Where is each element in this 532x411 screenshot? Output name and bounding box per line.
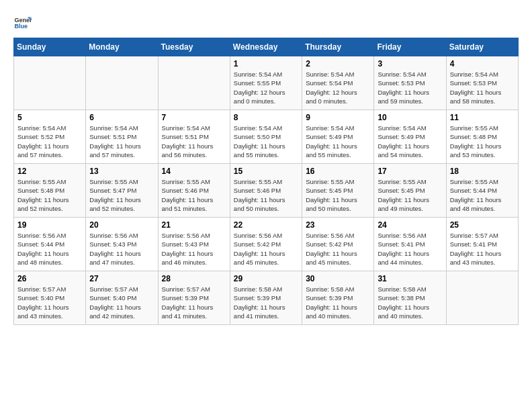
day-info: Sunrise: 5:55 AMSunset: 5:46 PMDaylight:… (162, 177, 226, 213)
calendar-cell: 16Sunrise: 5:55 AMSunset: 5:45 PMDayligh… (302, 164, 374, 218)
header-day-monday: Monday (86, 38, 158, 56)
day-number: 30 (306, 274, 370, 283)
day-info: Sunrise: 5:57 AMSunset: 5:40 PMDaylight:… (89, 285, 154, 320)
day-number: 17 (378, 167, 442, 176)
day-info: Sunrise: 5:55 AMSunset: 5:48 PMDaylight:… (17, 177, 82, 213)
header-day-saturday: Saturday (446, 38, 518, 56)
day-number: 4 (450, 59, 515, 68)
header-day-friday: Friday (374, 38, 446, 56)
day-info: Sunrise: 5:55 AMSunset: 5:46 PMDaylight:… (234, 177, 298, 213)
header-row: SundayMondayTuesdayWednesdayThursdayFrid… (14, 38, 519, 56)
day-info: Sunrise: 5:55 AMSunset: 5:44 PMDaylight:… (450, 177, 515, 213)
header: General Blue (13, 13, 519, 32)
calendar-cell (158, 56, 230, 110)
calendar-cell: 19Sunrise: 5:56 AMSunset: 5:44 PMDayligh… (14, 218, 86, 271)
calendar-cell: 18Sunrise: 5:55 AMSunset: 5:44 PMDayligh… (446, 164, 518, 218)
calendar-cell: 4Sunrise: 5:54 AMSunset: 5:53 PMDaylight… (446, 56, 518, 110)
calendar-table: SundayMondayTuesdayWednesdayThursdayFrid… (13, 38, 519, 325)
day-number: 28 (162, 274, 226, 283)
day-info: Sunrise: 5:57 AMSunset: 5:39 PMDaylight:… (162, 285, 226, 320)
day-info: Sunrise: 5:56 AMSunset: 5:44 PMDaylight:… (17, 231, 82, 267)
calendar-cell: 6Sunrise: 5:54 AMSunset: 5:51 PMDaylight… (86, 110, 158, 164)
day-info: Sunrise: 5:58 AMSunset: 5:39 PMDaylight:… (306, 285, 370, 320)
day-number: 6 (89, 113, 154, 122)
day-number: 25 (450, 220, 515, 230)
calendar-cell: 15Sunrise: 5:55 AMSunset: 5:46 PMDayligh… (230, 164, 302, 218)
day-info: Sunrise: 5:54 AMSunset: 5:53 PMDaylight:… (378, 70, 442, 105)
day-info: Sunrise: 5:54 AMSunset: 5:51 PMDaylight:… (162, 124, 226, 159)
calendar-cell: 2Sunrise: 5:54 AMSunset: 5:54 PMDaylight… (302, 56, 374, 110)
week-row-3: 19Sunrise: 5:56 AMSunset: 5:44 PMDayligh… (14, 218, 519, 271)
day-number: 26 (17, 274, 82, 283)
calendar-cell: 12Sunrise: 5:55 AMSunset: 5:48 PMDayligh… (14, 164, 86, 218)
day-number: 20 (89, 220, 154, 230)
day-number: 31 (378, 274, 442, 283)
calendar-cell: 10Sunrise: 5:54 AMSunset: 5:49 PMDayligh… (374, 110, 446, 164)
calendar-cell: 14Sunrise: 5:55 AMSunset: 5:46 PMDayligh… (158, 164, 230, 218)
calendar-cell: 9Sunrise: 5:54 AMSunset: 5:49 PMDaylight… (302, 110, 374, 164)
day-number: 5 (17, 113, 82, 122)
day-number: 19 (17, 220, 82, 230)
day-number: 22 (234, 220, 298, 230)
header-day-wednesday: Wednesday (230, 38, 302, 56)
day-info: Sunrise: 5:54 AMSunset: 5:49 PMDaylight:… (306, 124, 370, 159)
day-number: 11 (450, 113, 515, 122)
day-number: 15 (234, 167, 298, 176)
calendar-cell (446, 271, 518, 325)
day-info: Sunrise: 5:54 AMSunset: 5:55 PMDaylight:… (234, 70, 298, 105)
week-row-4: 26Sunrise: 5:57 AMSunset: 5:40 PMDayligh… (14, 271, 519, 325)
week-row-2: 12Sunrise: 5:55 AMSunset: 5:48 PMDayligh… (14, 164, 519, 218)
calendar-cell: 21Sunrise: 5:56 AMSunset: 5:43 PMDayligh… (158, 218, 230, 271)
calendar-cell: 23Sunrise: 5:56 AMSunset: 5:42 PMDayligh… (302, 218, 374, 271)
day-info: Sunrise: 5:54 AMSunset: 5:49 PMDaylight:… (378, 124, 442, 159)
svg-text:Blue: Blue (14, 23, 28, 30)
calendar-cell: 20Sunrise: 5:56 AMSunset: 5:43 PMDayligh… (86, 218, 158, 271)
calendar-cell: 7Sunrise: 5:54 AMSunset: 5:51 PMDaylight… (158, 110, 230, 164)
day-number: 27 (89, 274, 154, 283)
calendar-cell: 22Sunrise: 5:56 AMSunset: 5:42 PMDayligh… (230, 218, 302, 271)
day-info: Sunrise: 5:56 AMSunset: 5:42 PMDaylight:… (306, 231, 370, 267)
day-info: Sunrise: 5:55 AMSunset: 5:47 PMDaylight:… (89, 177, 154, 213)
calendar-cell: 24Sunrise: 5:56 AMSunset: 5:41 PMDayligh… (374, 218, 446, 271)
day-number: 7 (162, 113, 226, 122)
day-info: Sunrise: 5:54 AMSunset: 5:50 PMDaylight:… (234, 124, 298, 159)
day-info: Sunrise: 5:54 AMSunset: 5:54 PMDaylight:… (306, 70, 370, 105)
day-number: 13 (89, 167, 154, 176)
day-number: 10 (378, 113, 442, 122)
calendar-cell: 31Sunrise: 5:58 AMSunset: 5:38 PMDayligh… (374, 271, 446, 325)
calendar-cell: 28Sunrise: 5:57 AMSunset: 5:39 PMDayligh… (158, 271, 230, 325)
day-info: Sunrise: 5:56 AMSunset: 5:41 PMDaylight:… (378, 231, 442, 267)
calendar-cell: 3Sunrise: 5:54 AMSunset: 5:53 PMDaylight… (374, 56, 446, 110)
day-info: Sunrise: 5:57 AMSunset: 5:41 PMDaylight:… (450, 231, 515, 267)
day-number: 23 (306, 220, 370, 230)
header-day-thursday: Thursday (302, 38, 374, 56)
calendar-cell: 25Sunrise: 5:57 AMSunset: 5:41 PMDayligh… (446, 218, 518, 271)
day-info: Sunrise: 5:56 AMSunset: 5:42 PMDaylight:… (234, 231, 298, 267)
day-number: 14 (162, 167, 226, 176)
day-info: Sunrise: 5:54 AMSunset: 5:51 PMDaylight:… (89, 124, 154, 159)
calendar-cell: 29Sunrise: 5:58 AMSunset: 5:39 PMDayligh… (230, 271, 302, 325)
calendar-cell (14, 56, 86, 110)
calendar-cell: 26Sunrise: 5:57 AMSunset: 5:40 PMDayligh… (14, 271, 86, 325)
day-number: 18 (450, 167, 515, 176)
day-number: 8 (234, 113, 298, 122)
day-number: 3 (378, 59, 442, 68)
week-row-0: 1Sunrise: 5:54 AMSunset: 5:55 PMDaylight… (14, 56, 519, 110)
day-info: Sunrise: 5:55 AMSunset: 5:45 PMDaylight:… (378, 177, 442, 213)
header-day-tuesday: Tuesday (158, 38, 230, 56)
day-info: Sunrise: 5:57 AMSunset: 5:40 PMDaylight:… (17, 285, 82, 320)
calendar-cell: 13Sunrise: 5:55 AMSunset: 5:47 PMDayligh… (86, 164, 158, 218)
day-number: 24 (378, 220, 442, 230)
calendar-cell: 1Sunrise: 5:54 AMSunset: 5:55 PMDaylight… (230, 56, 302, 110)
calendar-cell: 27Sunrise: 5:57 AMSunset: 5:40 PMDayligh… (86, 271, 158, 325)
day-number: 1 (234, 59, 298, 68)
day-number: 16 (306, 167, 370, 176)
calendar-cell: 17Sunrise: 5:55 AMSunset: 5:45 PMDayligh… (374, 164, 446, 218)
calendar-cell: 5Sunrise: 5:54 AMSunset: 5:52 PMDaylight… (14, 110, 86, 164)
day-info: Sunrise: 5:58 AMSunset: 5:38 PMDaylight:… (378, 285, 442, 320)
day-number: 21 (162, 220, 226, 230)
day-info: Sunrise: 5:56 AMSunset: 5:43 PMDaylight:… (162, 231, 226, 267)
day-number: 29 (234, 274, 298, 283)
calendar-cell (86, 56, 158, 110)
day-info: Sunrise: 5:55 AMSunset: 5:45 PMDaylight:… (306, 177, 370, 213)
